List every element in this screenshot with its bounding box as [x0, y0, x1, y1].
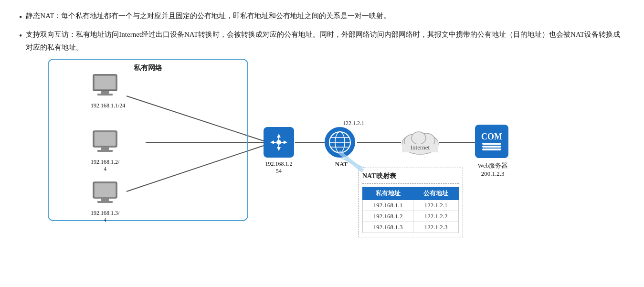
content-wrapper: • 静态NAT：每个私有地址都有一个与之对应并且固定的公有地址，即私有地址和公有…	[19, 10, 625, 231]
table-row: 192.168.1.1122.1.2.1	[363, 200, 459, 211]
svg-marker-19	[277, 134, 281, 138]
switch-icon	[264, 127, 294, 158]
nat-table-divider	[362, 183, 459, 184]
com-server-icon: COM	[475, 125, 508, 158]
bullet-text-2: 支持双向互访：私有地址访问Internet经过出口设备NAT转换时，会被转换成对…	[26, 28, 625, 54]
pc3-ip-label: 192.168.1.3/4	[91, 210, 119, 224]
nat-table-header-private: 私有地址	[363, 187, 413, 200]
nat-table-header-row: 私有地址 公有地址	[363, 187, 459, 200]
nat-mapping-table: NAT映射表 私有地址 公有地址 192.168.1.1122.1.2.1192…	[358, 168, 463, 237]
com-server-lines	[482, 143, 501, 150]
bullet-dot-2: •	[19, 29, 22, 43]
bullet-text-1: 静态NAT：每个私有地址都有一个与之对应并且固定的公有地址，即私有地址和公有地址…	[26, 10, 625, 22]
switch-svg	[268, 132, 289, 153]
svg-rect-14	[97, 150, 113, 152]
com-text: COM	[481, 132, 502, 142]
computer-icon-svg-1	[91, 73, 119, 99]
nat-table-header-public: 公有地址	[413, 187, 459, 200]
svg-rect-8	[95, 76, 116, 89]
svg-marker-21	[270, 140, 274, 144]
computer-icon-svg-3	[91, 181, 119, 207]
bullet-dot-1: •	[19, 11, 22, 24]
table-cell: 122.1.2.2	[413, 211, 459, 222]
nat-router-svg	[328, 130, 352, 154]
table-cell: 122.1.2.1	[413, 200, 459, 211]
pc2-ip-label: 192.168.1.2/4	[91, 159, 119, 173]
nat-ip-label: 122.1.2.1	[343, 120, 364, 127]
svg-point-36	[412, 132, 426, 144]
svg-text:Internet: Internet	[411, 144, 430, 151]
table-cell: 192.168.1.2	[363, 211, 413, 222]
table-cell: 192.168.1.1	[363, 200, 413, 211]
svg-rect-12	[95, 132, 116, 146]
private-network-label: 私有网络	[134, 64, 162, 73]
nat-table-body: 192.168.1.1122.1.2.1192.168.1.2122.1.2.2…	[363, 200, 459, 233]
svg-rect-13	[101, 147, 109, 150]
svg-rect-17	[101, 198, 109, 201]
pc1-ip-label: 192.168.1.1/24	[91, 102, 125, 109]
web-server-label: Web服务器200.1.2.3	[469, 161, 517, 178]
nat-table-title: NAT映射表	[362, 172, 459, 181]
svg-point-23	[276, 140, 281, 145]
com-line-1	[482, 143, 501, 145]
nat-router-icon	[325, 127, 355, 158]
com-line-2	[482, 146, 501, 148]
bullet-item-2: • 支持双向互访：私有地址访问Internet经过出口设备NAT转换时，会被转换…	[19, 28, 625, 54]
table-row: 192.168.1.2122.1.2.2	[363, 211, 459, 222]
private-network-box: 私有网络	[48, 59, 248, 221]
bullet-item-1: • 静态NAT：每个私有地址都有一个与之对应并且固定的公有地址，即私有地址和公有…	[19, 10, 625, 24]
table-row: 192.168.1.3122.1.2.3	[363, 222, 459, 233]
svg-rect-16	[95, 183, 116, 197]
network-diagram: 私有网络 192.168.1.1/24 192.168.1.2/4	[48, 59, 549, 231]
computer-pc1: 192.168.1.1/24	[91, 73, 125, 109]
internet-cloud: Internet	[399, 125, 442, 160]
svg-rect-10	[97, 94, 113, 96]
computer-icon-svg-2	[91, 129, 119, 156]
nat-table: 私有地址 公有地址 192.168.1.1122.1.2.1192.168.1.…	[362, 187, 459, 233]
nat-label: NAT	[327, 160, 356, 168]
com-line-3	[482, 149, 501, 150]
computer-pc3: 192.168.1.3/4	[91, 181, 119, 224]
svg-rect-9	[101, 91, 109, 94]
table-cell: 192.168.1.3	[363, 222, 413, 233]
svg-marker-22	[284, 140, 287, 144]
table-cell: 122.1.2.3	[413, 222, 459, 233]
svg-rect-18	[97, 201, 113, 203]
switch-ip-label: 192.168.1.254	[259, 160, 299, 175]
computer-pc2: 192.168.1.2/4	[91, 129, 119, 173]
svg-marker-20	[277, 147, 281, 151]
cloud-svg: Internet	[399, 125, 442, 158]
